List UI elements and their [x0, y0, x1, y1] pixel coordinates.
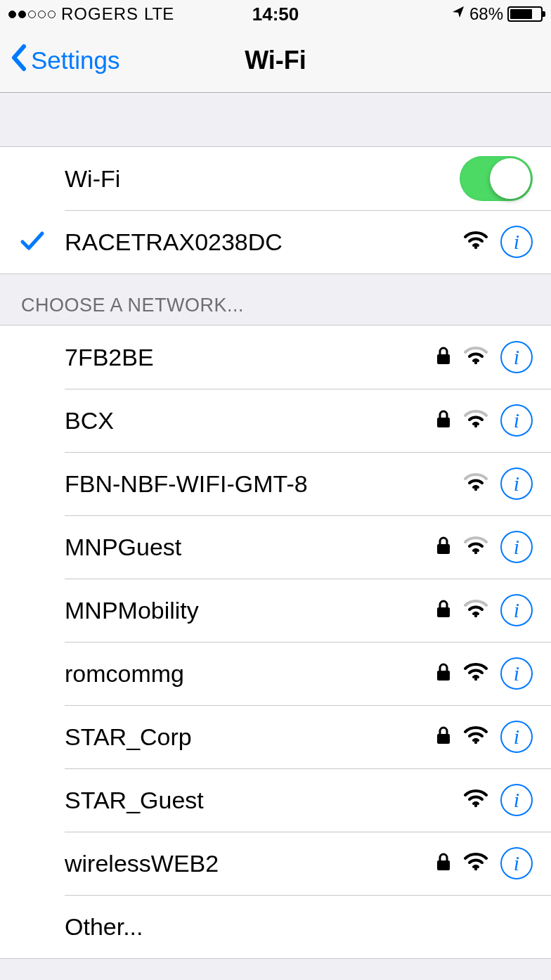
network-row[interactable]: STAR_Corp i	[0, 705, 551, 768]
svg-point-9	[474, 614, 477, 617]
signal-strength-icon	[8, 11, 56, 18]
info-button[interactable]: i	[500, 226, 533, 258]
network-name: romcommg	[65, 660, 436, 688]
network-list-group: 7FB2BE iBCX iFBN-NBF-WIFI-GMT-8 iMNPGues…	[0, 325, 551, 959]
svg-rect-3	[437, 418, 450, 427]
network-row[interactable]: romcommg i	[0, 642, 551, 705]
svg-rect-8	[437, 607, 450, 617]
network-name: 7FB2BE	[65, 344, 436, 371]
svg-point-14	[474, 804, 477, 807]
info-button[interactable]: i	[500, 594, 533, 626]
network-name: FBN-NBF-WIFI-GMT-8	[65, 470, 464, 498]
svg-point-16	[474, 868, 477, 870]
network-name: STAR_Guest	[65, 787, 464, 814]
back-label: Settings	[31, 46, 119, 75]
svg-rect-6	[437, 544, 450, 554]
network-row[interactable]: MNPGuest i	[0, 515, 551, 579]
network-name: BCX	[65, 407, 436, 434]
lock-icon	[436, 662, 451, 685]
wifi-signal-icon	[464, 347, 488, 368]
svg-point-4	[474, 425, 477, 427]
network-row[interactable]: STAR_Guest i	[0, 768, 551, 832]
lock-icon	[436, 409, 451, 432]
other-network-row[interactable]: Other...	[0, 895, 551, 958]
network-name: MNPMobility	[65, 597, 436, 624]
network-row[interactable]: FBN-NBF-WIFI-GMT-8 i	[0, 452, 551, 515]
lock-icon	[436, 536, 451, 558]
connected-network-row[interactable]: RACETRAX0238DC i	[0, 210, 551, 273]
wifi-status-group: Wi-Fi RACETRAX0238DC i	[0, 146, 551, 274]
nav-bar: Settings Wi-Fi	[0, 28, 551, 93]
info-button[interactable]: i	[500, 657, 533, 690]
svg-point-2	[474, 361, 477, 364]
wifi-signal-icon	[464, 789, 488, 811]
status-bar: ROGERS LTE 14:50 68%	[0, 0, 551, 28]
wifi-toggle[interactable]	[460, 156, 533, 201]
back-button[interactable]: Settings	[0, 44, 119, 77]
svg-point-5	[474, 488, 477, 491]
carrier-label: ROGERS	[61, 4, 138, 24]
wifi-signal-icon	[464, 536, 488, 557]
wifi-toggle-label: Wi-Fi	[65, 165, 460, 193]
info-button[interactable]: i	[500, 404, 533, 437]
wifi-toggle-row: Wi-Fi	[0, 147, 551, 210]
wifi-signal-icon	[464, 853, 488, 874]
svg-point-7	[474, 551, 477, 554]
network-name: MNPGuest	[65, 534, 436, 561]
info-button[interactable]: i	[500, 531, 533, 563]
network-type-label: LTE	[144, 4, 174, 24]
info-button[interactable]: i	[500, 847, 533, 879]
wifi-signal-icon	[464, 663, 488, 684]
lock-icon	[436, 852, 451, 875]
network-row[interactable]: MNPMobility i	[0, 579, 551, 642]
connected-network-name: RACETRAX0238DC	[65, 228, 464, 256]
info-button[interactable]: i	[500, 468, 533, 500]
network-row[interactable]: 7FB2BE i	[0, 325, 551, 389]
lock-icon	[436, 599, 451, 621]
wifi-signal-icon	[464, 726, 488, 747]
battery-icon	[507, 6, 543, 22]
wifi-signal-icon	[464, 231, 488, 252]
svg-point-11	[474, 678, 477, 681]
info-button[interactable]: i	[500, 784, 533, 816]
info-button[interactable]: i	[500, 721, 533, 753]
svg-rect-1	[437, 354, 450, 364]
info-button[interactable]: i	[500, 341, 533, 373]
wifi-signal-icon	[464, 473, 488, 494]
svg-point-0	[474, 246, 477, 249]
lock-icon	[436, 726, 451, 748]
network-name: STAR_Corp	[65, 723, 436, 751]
location-icon	[451, 5, 465, 23]
wifi-signal-icon	[464, 410, 488, 431]
network-row[interactable]: BCX i	[0, 389, 551, 452]
battery-percent-label: 68%	[469, 4, 503, 24]
checkmark-icon	[20, 228, 45, 256]
lock-icon	[436, 346, 451, 368]
svg-rect-10	[437, 671, 450, 681]
network-name: wirelessWEB2	[65, 850, 436, 877]
wifi-signal-icon	[464, 600, 488, 621]
chevron-left-icon	[10, 44, 28, 77]
other-network-label: Other...	[65, 913, 533, 941]
svg-point-13	[474, 741, 477, 744]
choose-network-header: CHOOSE A NETWORK...	[0, 274, 551, 325]
svg-rect-15	[437, 860, 450, 870]
network-row[interactable]: wirelessWEB2 i	[0, 832, 551, 895]
svg-rect-12	[437, 734, 450, 744]
page-title: Wi-Fi	[245, 46, 306, 75]
clock-label: 14:50	[252, 4, 299, 25]
